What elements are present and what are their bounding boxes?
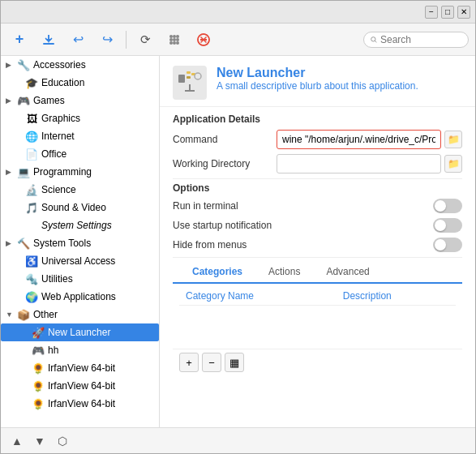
sidebar-item-label: hh: [48, 345, 154, 356]
sidebar-item-graphics[interactable]: 🖼 Graphics: [1, 109, 159, 127]
universal-access-icon: ♿: [25, 255, 38, 268]
sound-video-icon: 🎵: [25, 201, 38, 214]
table-add-button[interactable]: +: [179, 353, 199, 372]
sidebar-item-label: Universal Access: [41, 255, 154, 267]
irfanview-icon: 🌻: [32, 397, 45, 410]
forward-button[interactable]: ↪: [95, 28, 119, 52]
sidebar-item-office[interactable]: 📄 Office: [1, 145, 159, 163]
sidebar-item-irfanview-3[interactable]: 🌻 IrfanView 64-bit: [1, 395, 159, 413]
sidebar: ▶ 🔧 Accessories 🎓 Education ▶ 🎮 Games 🖼 …: [1, 56, 160, 427]
column-header-description: Description: [337, 287, 456, 306]
sidebar-item-system-settings[interactable]: System Settings: [1, 216, 159, 234]
move-up-button[interactable]: ▲: [7, 431, 27, 451]
irfanview-icon: 🌻: [32, 362, 45, 375]
education-icon: 🎓: [25, 76, 38, 89]
remove-icon: [196, 32, 211, 47]
sidebar-item-label: Office: [41, 148, 154, 160]
maximize-button[interactable]: □: [441, 6, 454, 19]
main-window: − □ ✕ + ↩ ↪ ⟳: [0, 0, 476, 454]
sidebar-item-sound-video[interactable]: 🎵 Sound & Video: [1, 199, 159, 216]
sidebar-item-irfanview-1[interactable]: 🌻 IrfanView 64-bit: [1, 359, 159, 377]
divider: [173, 178, 462, 179]
working-directory-input[interactable]: [277, 154, 441, 173]
add-button[interactable]: +: [7, 28, 32, 52]
sidebar-item-new-launcher[interactable]: 🚀 New Launcher: [1, 323, 159, 341]
command-input[interactable]: [277, 130, 441, 149]
tab-categories[interactable]: Categories: [179, 261, 255, 284]
svg-point-7: [169, 38, 173, 41]
irfanview-icon: 🌻: [32, 379, 45, 392]
arrow-icon: ▼: [6, 311, 14, 319]
tab-actions[interactable]: Actions: [255, 261, 313, 284]
sidebar-item-irfanview-2[interactable]: 🌻 IrfanView 64-bit: [1, 377, 159, 395]
table-edit-button[interactable]: ▦: [225, 353, 244, 372]
working-directory-browse-button[interactable]: 📁: [444, 155, 462, 173]
search-box: [363, 32, 469, 48]
svg-rect-0: [43, 43, 54, 45]
hide-from-menus-row: Hide from menus: [173, 238, 462, 252]
app-details-title: Application Details: [173, 114, 462, 125]
bottom-bar: ▲ ▼ ⬡: [1, 427, 475, 453]
startup-notification-row: Use startup notification: [173, 218, 462, 233]
programming-icon: 💻: [17, 165, 30, 178]
sidebar-item-accessories[interactable]: ▶ 🔧 Accessories: [1, 56, 159, 74]
command-input-wrapper: 📁: [277, 130, 462, 149]
svg-point-8: [173, 38, 176, 41]
move-down-button[interactable]: ▼: [30, 431, 49, 451]
sort-button[interactable]: ⬡: [53, 431, 72, 451]
sidebar-item-internet[interactable]: 🌐 Internet: [1, 127, 159, 145]
utilities-icon: 🔩: [25, 272, 38, 285]
svg-marker-3: [45, 39, 52, 42]
back-button[interactable]: ↩: [66, 28, 90, 52]
sidebar-item-science[interactable]: 🔬 Science: [1, 181, 159, 199]
sidebar-item-label: Utilities: [41, 273, 154, 285]
app-title: New Launcher: [217, 66, 418, 80]
run-in-terminal-toggle[interactable]: [433, 199, 462, 213]
sidebar-item-utilities[interactable]: 🔩 Utilities: [1, 270, 159, 288]
sidebar-item-programming[interactable]: ▶ 💻 Programming: [1, 163, 159, 181]
toolbar-separator: [126, 31, 127, 49]
startup-notification-toggle[interactable]: [433, 218, 462, 233]
sidebar-item-label: Science: [41, 184, 154, 195]
sidebar-item-label: System Settings: [41, 220, 154, 231]
sidebar-item-web-applications[interactable]: 🌍 Web Applications: [1, 288, 159, 306]
sidebar-item-label: IrfanView 64-bit: [48, 362, 154, 374]
options-title: Options: [173, 182, 462, 194]
main-content: ▶ 🔧 Accessories 🎓 Education ▶ 🎮 Games 🖼 …: [1, 56, 475, 427]
games-icon: 🎮: [17, 94, 30, 107]
download-button[interactable]: [36, 28, 61, 52]
remove-menu-button[interactable]: [191, 28, 216, 52]
web-applications-icon: 🌍: [25, 290, 38, 303]
svg-line-19: [375, 41, 376, 42]
sidebar-item-label: Sound & Video: [41, 202, 154, 213]
run-in-terminal-row: Run in terminal: [173, 199, 462, 213]
table-remove-button[interactable]: −: [202, 353, 221, 372]
sidebar-item-other[interactable]: ▼ 📦 Other: [1, 306, 159, 323]
svg-point-12: [176, 41, 179, 45]
minimize-button[interactable]: −: [425, 6, 438, 19]
close-button[interactable]: ✕: [457, 6, 470, 19]
sidebar-item-games[interactable]: ▶ 🎮 Games: [1, 92, 159, 109]
sidebar-item-universal-access[interactable]: ♿ Universal Access: [1, 252, 159, 270]
bottom-sidebar-controls: ▲ ▼ ⬡: [7, 431, 166, 451]
svg-point-11: [173, 41, 176, 45]
search-input[interactable]: [380, 34, 461, 45]
command-browse-button[interactable]: 📁: [444, 131, 462, 148]
sidebar-item-hh[interactable]: 🎮 hh: [1, 341, 159, 359]
sidebar-item-label: IrfanView 64-bit: [48, 398, 154, 409]
sidebar-item-system-tools[interactable]: ▶ 🔨 System Tools: [1, 234, 159, 252]
tab-advanced[interactable]: Advanced: [313, 261, 382, 284]
app-description: A small descriptive blurb about this app…: [217, 80, 418, 92]
apps-button[interactable]: [162, 28, 187, 52]
other-icon: 📦: [17, 308, 30, 321]
svg-point-9: [176, 38, 179, 41]
svg-point-10: [169, 41, 173, 45]
sidebar-item-label: Accessories: [33, 59, 154, 71]
working-directory-row: Working Directory 📁: [173, 154, 462, 173]
refresh-button[interactable]: ⟳: [133, 28, 157, 52]
hide-from-menus-toggle[interactable]: [433, 238, 462, 252]
categories-table-area: Category Name Description: [173, 284, 462, 349]
command-label: Command: [173, 134, 270, 145]
svg-point-5: [173, 35, 176, 38]
sidebar-item-education[interactable]: 🎓 Education: [1, 74, 159, 92]
